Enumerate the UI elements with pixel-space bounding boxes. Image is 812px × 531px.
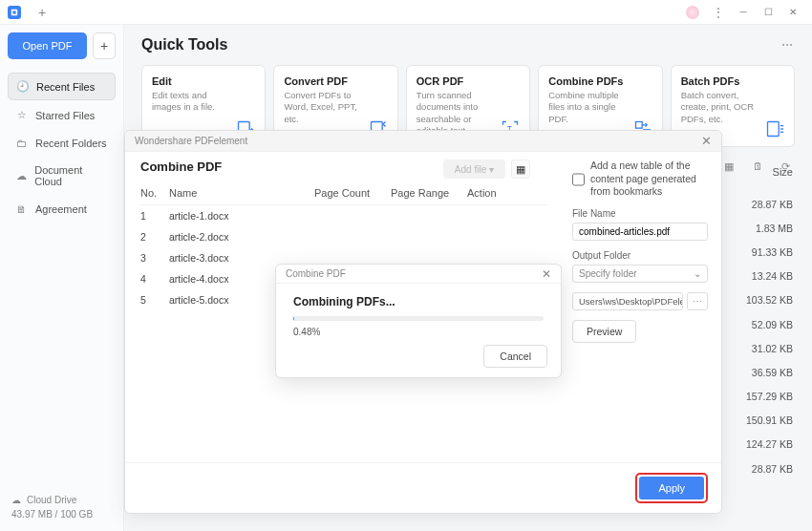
size-cell: 150.91 KB (734, 409, 793, 433)
folder-select-value: Specify folder (579, 268, 637, 279)
size-header: Size (734, 166, 793, 178)
toc-checkbox[interactable] (572, 160, 585, 199)
file-no: 2 (140, 231, 169, 243)
sidebar: Open PDF + 🕘 Recent Files ☆ Starred File… (0, 25, 124, 531)
file-name: article-1.docx (169, 210, 314, 222)
panel-titlebar: Wondershare PDFelement ✕ (125, 131, 721, 152)
profile-avatar[interactable] (686, 6, 699, 19)
size-cell: 103.52 KB (734, 288, 793, 312)
nav-label: Recent Folders (35, 138, 107, 149)
card-desc: Batch convert, create, print, OCR PDFs, … (681, 90, 759, 125)
maximize-button[interactable]: ☐ (757, 3, 780, 22)
progress-heading: Combining PDFs... (293, 295, 544, 308)
card-desc: Convert PDFs to Word, Excel, PPT, etc. (284, 90, 362, 125)
menu-kebab-icon[interactable]: ⋮ (707, 6, 730, 19)
progress-bar (293, 316, 544, 321)
more-icon[interactable]: ⋯ (781, 38, 795, 52)
add-file-button[interactable]: Add file ▾ (443, 159, 505, 179)
size-cell: 36.59 KB (734, 360, 793, 384)
cloud-icon: ☁ (11, 495, 21, 505)
file-row[interactable]: 1article-1.docx (140, 205, 547, 226)
open-pdf-button[interactable]: Open PDF (8, 32, 87, 59)
panel-window-title: Wondershare PDFelement (135, 136, 247, 146)
nav-label: Starred Files (35, 110, 95, 121)
browse-button[interactable]: ⋯ (687, 292, 708, 310)
add-file-label: Add file (455, 164, 486, 175)
size-cell: 157.29 KB (734, 385, 793, 409)
size-cell: 28.87 KB (734, 192, 793, 216)
star-icon: ☆ (15, 109, 28, 121)
progress-percent: 0.48% (293, 327, 544, 337)
folder-label: Output Folder (572, 250, 708, 261)
folder-path-input[interactable]: Users\ws\Desktop\PDFelement\Com (572, 292, 683, 310)
card-title: Convert PDF (284, 75, 387, 87)
svg-rect-1 (12, 11, 15, 13)
col-action: Action (467, 187, 515, 199)
titlebar: + ⋮ ─ ☐ ✕ (0, 0, 812, 25)
filename-label: File Name (572, 208, 708, 219)
close-button[interactable]: ✕ (781, 3, 804, 22)
card-title: Edit (152, 75, 255, 87)
progress-title: Combine PDF (286, 268, 346, 279)
size-cell: 124.27 KB (734, 433, 793, 457)
doc-icon: 🗎 (15, 202, 28, 215)
folder-select[interactable]: Specify folder ⌄ (572, 265, 708, 283)
toc-checkbox-label: Add a new table of the content page gene… (590, 159, 708, 199)
app-icon (8, 6, 21, 19)
col-page-count: Page Count (314, 187, 391, 199)
card-desc: Combine multiple files into a single PDF… (548, 90, 627, 125)
svg-rect-5 (635, 122, 642, 129)
file-row[interactable]: 2article-2.docx (140, 226, 547, 247)
folder-icon: 🗀 (15, 137, 28, 149)
storage-text: 43.97 MB / 100 GB (11, 509, 112, 520)
col-page-range: Page Range (391, 187, 467, 199)
panel-close-button[interactable]: ✕ (701, 134, 712, 148)
nav-label: Agreement (35, 203, 87, 215)
file-table-header: No. Name Page Count Page Range Action (140, 181, 547, 205)
size-cell: 1.83 MB (734, 216, 793, 240)
cloud-drive-link[interactable]: ☁ Cloud Drive (11, 495, 112, 505)
size-cell: 31.02 KB (734, 336, 793, 360)
chevron-down-icon: ⌄ (694, 268, 701, 279)
svg-rect-7 (768, 122, 780, 137)
progress-close-button[interactable]: ✕ (542, 267, 551, 281)
size-cell: 13.24 KB (734, 265, 793, 288)
filename-input[interactable] (572, 223, 708, 241)
size-cell: 28.87 KB (734, 457, 793, 480)
clock-icon: 🕘 (16, 80, 29, 93)
add-button[interactable]: + (93, 32, 116, 59)
col-name: Name (169, 187, 314, 199)
card-title: OCR PDF (417, 75, 520, 87)
cloud-icon: ☁ (15, 170, 27, 182)
new-tab-button[interactable]: + (38, 5, 46, 20)
file-no: 5 (140, 294, 169, 306)
nav-starred-files[interactable]: ☆ Starred Files (8, 102, 116, 128)
progress-fill (293, 316, 294, 321)
file-no: 3 (140, 252, 169, 264)
cancel-button[interactable]: Cancel (483, 345, 547, 368)
layout-toggle-button[interactable]: ▦ (511, 159, 530, 179)
apply-highlight: Apply (635, 473, 708, 503)
card-desc: Edit texts and images in a file. (152, 90, 230, 114)
progress-modal: Combine PDF ✕ Combining PDFs... 0.48% Ca… (275, 264, 562, 378)
nav-label: Document Cloud (34, 164, 108, 187)
preview-button[interactable]: Preview (572, 320, 636, 343)
size-column: Size 28.87 KB 1.83 MB 91.33 KB 13.24 KB … (734, 166, 793, 480)
apply-button[interactable]: Apply (639, 477, 704, 499)
file-name: article-2.docx (169, 231, 314, 243)
minimize-button[interactable]: ─ (732, 3, 755, 22)
size-cell: 91.33 KB (734, 240, 793, 264)
file-no: 1 (140, 210, 169, 222)
cloud-label: Cloud Drive (27, 495, 76, 505)
size-cell: 52.09 KB (734, 312, 793, 336)
file-no: 4 (140, 273, 169, 285)
col-no: No. (140, 187, 169, 199)
nav-recent-files[interactable]: 🕘 Recent Files (8, 73, 116, 100)
nav-document-cloud[interactable]: ☁ Document Cloud (8, 158, 116, 194)
batch-icon (765, 119, 784, 138)
card-title: Batch PDFs (681, 75, 784, 87)
file-name: article-3.docx (169, 252, 314, 264)
nav-agreement[interactable]: 🗎 Agreement (8, 196, 116, 222)
nav-recent-folders[interactable]: 🗀 Recent Folders (8, 130, 116, 156)
card-title: Combine PDFs (548, 75, 652, 87)
